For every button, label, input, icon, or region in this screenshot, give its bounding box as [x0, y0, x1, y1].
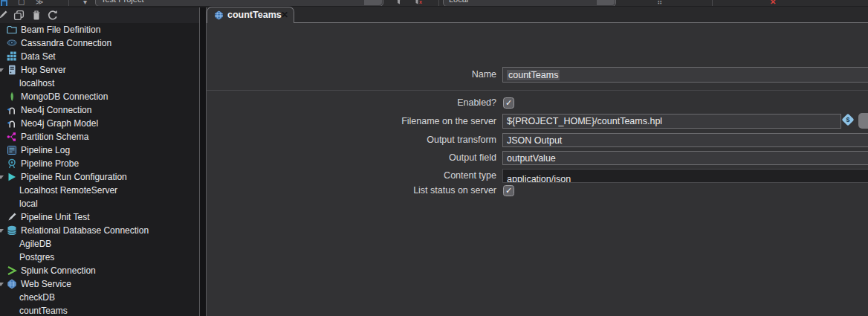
tree-item-checkdb[interactable]: checkDB [0, 291, 199, 304]
neo4j-icon [7, 118, 17, 129]
enabled-checkbox[interactable] [503, 97, 514, 109]
tree-item-label: Pipeline Unit Test [21, 210, 90, 224]
separator [207, 90, 868, 91]
tree-item-local[interactable]: local [0, 197, 199, 210]
tree-item-label: Localhost RemoteServer [19, 184, 117, 197]
tree-item-neo4j-graph-model[interactable]: Neo4j Graph Model [0, 117, 199, 130]
tree-item-data-set[interactable]: Data Set [0, 50, 199, 63]
copy-icon[interactable] [13, 10, 25, 21]
tree-item-label: localhost [19, 77, 54, 90]
editor-tabbar: countTeams ✕ [207, 7, 868, 23]
tree-item-label: Beam File Definition [21, 23, 100, 36]
browse-button[interactable] [858, 113, 868, 129]
main-toolbar-strip: ▢ ≫ ▾ Test Project x Local ⠿ ✕ [0, 0, 868, 7]
tree-item-pipeline-run-configuration[interactable]: Pipeline Run Configuration [0, 170, 199, 184]
remove-filter-icon[interactable]: x [413, 0, 423, 6]
database-icon [7, 225, 17, 236]
dataset-grid-icon [7, 51, 17, 62]
tree-item-label: Partition Schema [21, 130, 88, 144]
tree-item-partition-schema[interactable]: Partition Schema [0, 130, 199, 144]
toolbar-icon[interactable]: ▢ [18, 0, 25, 6]
expander-icon[interactable] [0, 68, 4, 72]
expander-icon[interactable] [0, 229, 4, 233]
add-filter-icon[interactable] [395, 0, 403, 6]
trash-icon[interactable] [31, 10, 42, 21]
toolbar-icon[interactable]: ≫ [36, 0, 43, 6]
combo-dropdown-cap[interactable] [364, 0, 382, 5]
tree-item-label: Postgres [19, 251, 54, 264]
tree-item-pipeline-probe[interactable]: Pipeline Probe [0, 157, 199, 170]
list-status-checkbox[interactable] [503, 185, 514, 196]
tree-item-label: Hop Server [21, 63, 66, 77]
output-field-input[interactable]: outputValue [502, 151, 868, 165]
list-status-label: List status on server [207, 184, 496, 196]
cassandra-eye-icon [7, 38, 17, 48]
pipeline-probe-icon [7, 158, 17, 169]
tree-item-label: Pipeline Probe [21, 157, 79, 170]
tree-item-localhost[interactable]: localhost [0, 77, 199, 90]
tree-item-pipeline-log[interactable]: Pipeline Log [0, 144, 199, 157]
content-type-label: Content type [207, 169, 496, 183]
toolbar-icon[interactable]: ▾ [83, 0, 87, 6]
partition-icon [7, 132, 17, 142]
output-transform-input[interactable]: JSON Output [502, 133, 868, 147]
combo-dropdown-cap[interactable] [597, 0, 615, 5]
name-input[interactable]: countTeams [502, 67, 868, 83]
tab-countteams[interactable]: countTeams ✕ [207, 7, 294, 23]
tree-item-splunk-connection[interactable]: Splunk Connection [0, 264, 199, 277]
content-type-input[interactable]: application/json [502, 169, 868, 183]
tree-item-label: Cassandra Connection [21, 36, 111, 50]
web-service-form: Name countTeams Enabled? Filename on the… [207, 23, 868, 316]
filename-label: Filename on the server [207, 114, 496, 129]
tab-title: countTeams [227, 7, 282, 23]
enabled-label: Enabled? [207, 97, 496, 109]
tree-item-web-service[interactable]: Web Service [0, 277, 199, 291]
tree-item-agiledb[interactable]: AgileDB [0, 237, 199, 251]
server-icon [7, 65, 17, 75]
close-red-icon[interactable]: ✕ [770, 0, 776, 6]
tree-item-neo4j-connection[interactable]: Neo4j Connection [0, 103, 199, 117]
tree-item-label: Web Service [21, 277, 71, 291]
pipeline-log-icon [7, 145, 17, 155]
tree-item-mongodb-connection[interactable]: MongoDB Connection [0, 90, 199, 103]
globe-icon [214, 10, 224, 20]
splunk-icon [7, 265, 17, 276]
filename-input[interactable]: ${PROJECT_HOME}/countTeams.hpl [502, 114, 841, 129]
tree-item-label: Pipeline Log [21, 144, 70, 157]
tree-item-label: Pipeline Run Configuration [21, 170, 127, 184]
tree-item-beam-file-definition[interactable]: Beam File Definition [0, 23, 199, 36]
tree-item-label: countTeams [19, 304, 68, 316]
tree-item-label: Data Set [21, 50, 56, 63]
tree-item-label: local [19, 197, 38, 210]
pencil-icon[interactable] [0, 10, 8, 21]
tree-item-label: checkDB [19, 291, 55, 304]
tree-item-relational-database-connection[interactable]: Relational Database Connection [0, 224, 199, 237]
tree-item-label: MongoDB Connection [21, 90, 108, 103]
tree-item-cassandra-connection[interactable]: Cassandra Connection [0, 36, 199, 50]
name-input-value: countTeams [507, 70, 560, 80]
tree-item-postgres[interactable]: Postgres [0, 251, 199, 264]
project-combobox[interactable]: Test Project [95, 0, 383, 7]
expander-icon[interactable] [0, 175, 4, 179]
tree-item-countteams[interactable]: countTeams [0, 304, 199, 316]
play-icon [7, 172, 17, 182]
metadata-explorer-tree: Beam File DefinitionCassandra Connection… [0, 23, 199, 316]
tree-item-localhost-remoteserver[interactable]: Localhost RemoteServer [0, 184, 199, 197]
folder-icon [7, 25, 17, 35]
panel-divider[interactable] [199, 7, 207, 316]
tree-item-label: Relational Database Connection [21, 224, 149, 237]
output-transform-label: Output transform [207, 133, 496, 147]
tree-item-pipeline-unit-test[interactable]: Pipeline Unit Test [0, 210, 199, 224]
close-icon[interactable]: ✕ [281, 7, 288, 23]
tree-item-hop-server[interactable]: Hop Server [0, 63, 199, 77]
grid-dots-icon[interactable]: ⠿ [657, 0, 662, 6]
explorer-toolbar [0, 7, 199, 23]
expander-icon[interactable] [0, 283, 4, 286]
environment-combobox[interactable]: Local [443, 0, 616, 7]
refresh-icon[interactable] [47, 10, 59, 22]
variable-diamond-icon[interactable]: $ [842, 114, 855, 126]
app-icon[interactable] [1, 0, 7, 6]
name-label: Name [207, 67, 496, 83]
tree-item-label: Neo4j Graph Model [21, 117, 98, 130]
mongodb-leaf-icon [7, 91, 17, 102]
